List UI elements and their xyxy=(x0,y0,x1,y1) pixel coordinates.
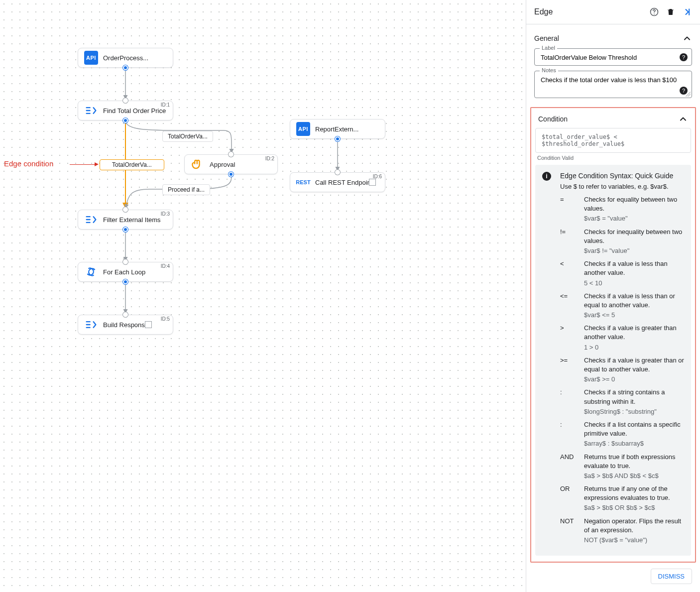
node-build-response[interactable]: Build Response ID:5 xyxy=(78,315,173,335)
section-header-general[interactable]: General xyxy=(534,30,692,48)
op-example: 5 < 10 xyxy=(584,279,684,288)
section-general: General Label ? Notes ? xyxy=(526,24,700,105)
op-description: Checks if a value is less than another v… xyxy=(584,259,684,288)
help-icon[interactable] xyxy=(649,7,659,17)
op-symbol: AND xyxy=(560,453,578,481)
data-map-icon xyxy=(84,104,98,118)
port-end[interactable] xyxy=(145,322,151,328)
field-notes: Notes ? xyxy=(534,71,692,98)
op-example: $var$ = "value" xyxy=(584,214,684,223)
label-input[interactable] xyxy=(541,54,686,61)
port-in[interactable] xyxy=(229,152,233,157)
field-help-icon[interactable]: ? xyxy=(680,53,688,61)
syntax-op-row: :Checks if a list contains a specific pr… xyxy=(560,420,684,449)
node-find-total-order-price[interactable]: Find Total Order Price ID:1 xyxy=(78,101,173,120)
syntax-op-row: ANDReturns true if both expressions eval… xyxy=(560,453,684,481)
op-symbol: NOT xyxy=(560,517,578,545)
op-symbol: >= xyxy=(560,356,578,384)
edge-label-total-order-selected[interactable]: TotalOrderVa... xyxy=(100,159,164,170)
api-icon: API xyxy=(84,51,98,65)
port-out[interactable] xyxy=(123,118,128,123)
op-description: Negation operator. Flips the result of a… xyxy=(584,517,684,545)
op-description: Returns true if any one of the expressio… xyxy=(584,484,684,513)
edge-label-total-order-1[interactable]: TotalOrderVa... xyxy=(162,131,213,142)
section-condition-highlighted: Condition $total_order_value$ < $thresho… xyxy=(530,107,696,563)
node-title: OrderProcess... xyxy=(103,54,148,62)
field-label-text: Label xyxy=(540,45,557,51)
port-in[interactable] xyxy=(123,98,128,103)
op-example: $longString$ : "substring" xyxy=(584,407,684,416)
node-filter-external-items[interactable]: Filter External Items ID:3 xyxy=(78,210,173,230)
delete-icon[interactable] xyxy=(666,7,675,16)
port-out[interactable] xyxy=(335,136,340,141)
annotation-edge-condition: Edge condition xyxy=(4,159,53,168)
notes-input[interactable] xyxy=(541,76,686,92)
annotation-arrow-head xyxy=(95,162,99,166)
op-example: NOT ($var$ = "value") xyxy=(584,536,684,545)
port-in[interactable] xyxy=(123,259,128,264)
node-id: ID:1 xyxy=(161,102,170,108)
node-title: Call REST Endpoint xyxy=(315,179,372,186)
op-example: $var$ != "value" xyxy=(584,246,684,255)
port-out[interactable] xyxy=(123,65,128,70)
op-example: $array$ : $subarray$ xyxy=(584,439,684,448)
flow-canvas[interactable]: API OrderProcess... Find Total Order Pri… xyxy=(0,0,526,592)
node-id: ID:5 xyxy=(161,316,170,322)
node-title: Find Total Order Price xyxy=(103,107,166,115)
port-out[interactable] xyxy=(123,227,128,232)
section-header-condition[interactable]: Condition xyxy=(535,112,691,128)
node-id: ID:6 xyxy=(373,174,382,179)
api-icon: API xyxy=(296,122,310,136)
field-label-text: Notes xyxy=(540,67,558,73)
port-in[interactable] xyxy=(123,207,128,212)
node-orderprocess[interactable]: API OrderProcess... xyxy=(78,48,173,68)
op-symbol: <= xyxy=(560,292,578,320)
op-description: Checks if a string contains a substring … xyxy=(584,388,684,416)
op-example: $a$ > $b$ AND $b$ < $c$ xyxy=(584,472,684,480)
op-symbol: = xyxy=(560,195,578,224)
panel-header: Edge xyxy=(526,0,700,24)
annotation-arrow-line xyxy=(70,164,96,165)
op-symbol: : xyxy=(560,420,578,449)
port-out[interactable] xyxy=(123,279,128,284)
syntax-op-row: :Checks if a string contains a substring… xyxy=(560,388,684,416)
op-description: Checks if a value is greater than or equ… xyxy=(584,356,684,384)
port-out[interactable] xyxy=(229,172,233,177)
syntax-op-row: =Checks for equality between two values.… xyxy=(560,195,684,224)
node-call-rest-endpoint[interactable]: REST Call REST Endpoint ID:6 xyxy=(290,172,385,192)
dismiss-button[interactable]: DISMISS xyxy=(651,569,692,584)
collapse-panel-icon[interactable] xyxy=(682,7,692,17)
port-end[interactable] xyxy=(369,179,375,185)
syntax-op-row: <Checks if a value is less than another … xyxy=(560,259,684,288)
field-label: Label ? xyxy=(534,48,692,66)
port-in[interactable] xyxy=(335,170,340,175)
guide-title: Edge Condition Syntax: Quick Guide xyxy=(560,172,684,180)
data-map-icon xyxy=(84,318,98,332)
node-title: Filter External Items xyxy=(103,216,161,224)
data-map-icon xyxy=(84,213,98,227)
guide-subtitle: Use $ to refer to variables, e.g. $var$. xyxy=(560,183,684,190)
edge-label-proceed-if[interactable]: Proceed if a... xyxy=(162,184,210,195)
op-symbol: > xyxy=(560,324,578,352)
op-example: $a$ > $b$ OR $b$ > $c$ xyxy=(584,503,684,512)
op-description: Checks for equality between two values.$… xyxy=(584,195,684,224)
edge-properties-panel: Edge General Label ? Notes ? Condition $ xyxy=(526,0,700,592)
op-symbol: OR xyxy=(560,484,578,513)
syntax-guide: i Edge Condition Syntax: Quick Guide Use… xyxy=(535,165,691,556)
op-description: Checks if a list contains a specific pri… xyxy=(584,420,684,449)
op-symbol: < xyxy=(560,259,578,288)
node-reportextern[interactable]: API ReportExtern... xyxy=(290,119,385,139)
port-in[interactable] xyxy=(123,312,128,317)
node-id: ID:4 xyxy=(161,263,170,269)
resize-handle[interactable] xyxy=(686,92,691,97)
condition-expression-input[interactable]: $total_order_value$ < $threshold_order_v… xyxy=(535,128,691,153)
condition-status: Condition Valid xyxy=(535,155,691,161)
node-for-each-loop[interactable]: For Each Loop ID:4 xyxy=(78,262,173,282)
op-description: Checks for inequality between two values… xyxy=(584,228,684,256)
op-description: Checks if a value is greater than anothe… xyxy=(584,324,684,352)
node-approval[interactable]: Approval ID:2 xyxy=(184,154,278,174)
section-heading: Condition xyxy=(538,115,568,123)
node-id: ID:2 xyxy=(265,156,274,161)
node-id: ID:3 xyxy=(161,211,170,217)
node-title: Build Response xyxy=(103,321,148,329)
